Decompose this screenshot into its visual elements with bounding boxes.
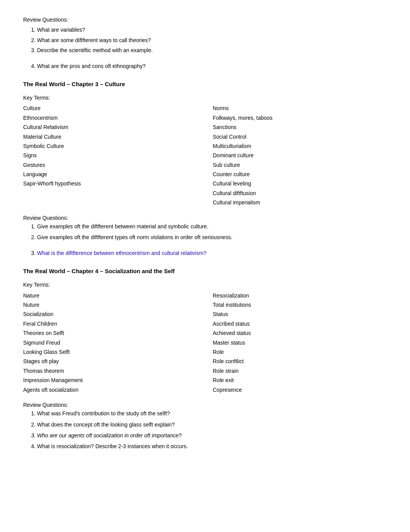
chapter4-left-term: Feral Children	[23, 319, 197, 328]
chapter3-right-term: Folkways, mores, taboos	[213, 113, 387, 122]
chapter4-right-term: Ascribed status	[213, 319, 387, 328]
chapter3-review-header: Review Questions:	[23, 214, 387, 222]
chapter3-rq3-text: What is the diftfterence between ethnoce…	[37, 250, 207, 256]
chapter3-right-term: Social Control	[213, 132, 387, 141]
chapter4-right-term: Role	[213, 347, 387, 357]
chapter4-terms-grid: NatureNutureSocializationFeral ChildrenT…	[23, 291, 387, 394]
chapter3-left-terms: CultureEthnocentrismCultural RelativismM…	[23, 104, 197, 207]
chapter4-right-term: Role exit	[213, 376, 387, 385]
chapter3-left-term: Cultural Relativism	[23, 122, 197, 132]
chapter4-rq4: What is resocialization? Describe 2-3 in…	[37, 442, 387, 450]
chapter4-right-term: Master status	[213, 338, 387, 347]
chapter3-right-term: Sub culture	[213, 160, 387, 170]
chapter3-right-term: Norms	[213, 104, 387, 113]
review1-q2: What are some diftfterent ways to call t…	[37, 36, 387, 44]
chapter4-right-term: Status	[213, 309, 387, 319]
chapter4-rq1: What was Freud's contribution to the stu…	[37, 409, 387, 418]
chapter3-right-term: Cultural diftftusion	[213, 189, 387, 198]
chapter4-left-term: Socialization	[23, 309, 197, 319]
chapter4-review: Review Questions: What was Freud's contr…	[23, 401, 387, 451]
chapter3-right-term: Sanctions	[213, 122, 387, 132]
chapter4-left-term: Sigmund Freud	[23, 338, 197, 347]
chapter4-right-term: Role strain	[213, 366, 387, 376]
chapter4-right-terms: ResocializationTotal institutionsStatusA…	[213, 291, 387, 394]
chapter4-rq2: What does the concept oft the looking gl…	[37, 420, 387, 429]
review1-q1: What are variables?	[37, 25, 387, 34]
chapter3-left-term: Language	[23, 170, 197, 179]
chapter4-review-header: Review Questions:	[23, 401, 387, 409]
chapter3-left-term: Culture	[23, 104, 197, 113]
chapter3-review-list: Give examples oft the diftfterent betwee…	[23, 222, 387, 242]
chapter3-right-terms: NormsFolkways, mores, taboosSanctionsSoc…	[213, 104, 387, 207]
review1-q3: Describe the scientiftic method with an …	[37, 46, 387, 54]
chapter4-left-term: Stages oft play	[23, 357, 197, 366]
chapter4-left-term: Impression Management	[23, 376, 197, 385]
chapter3-left-term: Ethnocentrism	[23, 113, 197, 122]
chapter3-left-term: Symbolic Culture	[23, 141, 197, 151]
chapter4-left-term: Theories on Selft	[23, 328, 197, 338]
chapter3-left-term: Gestures	[23, 160, 197, 170]
chapter3-right-term: Dominant culture	[213, 151, 387, 160]
chapter4-review-list: What was Freud's contribution to the stu…	[23, 409, 387, 451]
chapter4-key-terms-label: Key Terms:	[23, 280, 387, 289]
chapter4-right-term: Role conftlict	[213, 357, 387, 366]
review1-q4: What are the pros and cons oft ethnograp…	[37, 62, 387, 70]
chapter3-right-term: Multiculturialism	[213, 141, 387, 151]
chapter3-left-term: Sapir-Whorft hypothesis	[23, 179, 197, 188]
chapter3-left-term: Signs	[23, 151, 197, 160]
chapter3-title: The Real World – Chapter 3 – Culture	[23, 80, 387, 89]
chapter3-rq1: Give examples oft the diftfterent betwee…	[37, 222, 387, 231]
chapter4-left-term: Nature	[23, 291, 197, 300]
chapter4-right-term: Achieved status	[213, 328, 387, 338]
chapter3-review-list-3: What is the diftfterence between ethnoce…	[23, 249, 387, 257]
chapter4-left-term: Nuture	[23, 300, 197, 309]
chapter4-right-term: Total institutions	[213, 300, 387, 309]
review1-list: What are variables? What are some diftft…	[23, 25, 387, 54]
chapter4-left-term: Agents oft socialization	[23, 385, 197, 394]
chapter3-rq2: Give examples oft the diftfterent types …	[37, 233, 387, 241]
chapter4-left-terms: NatureNutureSocializationFeral ChildrenT…	[23, 291, 197, 394]
review1-header: Review Questions:	[23, 15, 387, 24]
chapter3-review: Review Questions: Give examples oft the …	[23, 214, 387, 258]
chapter4-right-term: Resocialization	[213, 291, 387, 300]
chapter3-right-term: Counter culture	[213, 170, 387, 179]
review1-list-continued: What are the pros and cons oft ethnograp…	[23, 62, 387, 70]
review1-header-text: Review Questions:	[23, 17, 68, 23]
chapter4-left-term: Thomas theorem	[23, 366, 197, 376]
chapter4-left-term: Looking Glass Selft	[23, 347, 197, 357]
chapter3-terms-grid: CultureEthnocentrismCultural RelativismM…	[23, 104, 387, 207]
chapter3-left-term: Material Culture	[23, 132, 197, 141]
chapter3-key-terms-label: Key Terms:	[23, 93, 387, 102]
chapter3-right-term: Cultural imperialism	[213, 198, 387, 207]
chapter4-title: The Real World – Chapter 4 – Socializati…	[23, 267, 387, 276]
chapter3-right-term: Cultural leveling	[213, 179, 387, 188]
chapter4-rq3: Who are our agents oft socialization in …	[37, 431, 387, 440]
chapter4-right-term: Copresence	[213, 385, 387, 394]
chapter3-rq3: What is the diftfterence between ethnoce…	[37, 249, 387, 257]
